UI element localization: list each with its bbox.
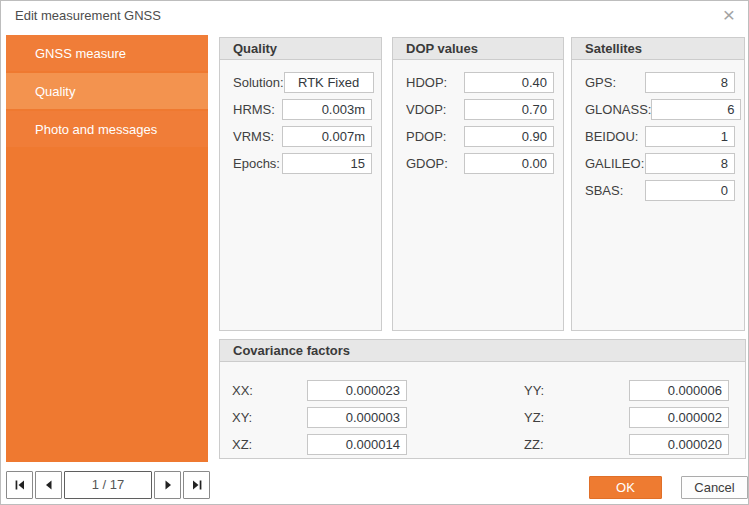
- sidebar-item-label: Quality: [35, 84, 75, 99]
- epochs-input[interactable]: 15: [282, 153, 372, 174]
- covariance-row: XY: 0.000003 YZ: 0.000002: [220, 407, 745, 428]
- covariance-panel-title: Covariance factors: [220, 340, 745, 362]
- gps-label: GPS:: [585, 75, 645, 90]
- field-row: VDOP: 0.70: [406, 99, 554, 120]
- galileo-label: GALILEO:: [585, 156, 645, 171]
- previous-page-icon: [43, 479, 55, 491]
- vdop-input[interactable]: 0.70: [464, 99, 554, 120]
- edit-measurement-gnss-dialog: Edit measurement GNSS × GNSS measure Qua…: [0, 0, 749, 505]
- vrms-input[interactable]: 0.007m: [282, 126, 372, 147]
- glonass-input[interactable]: 6: [651, 99, 741, 120]
- gps-input[interactable]: 8: [645, 72, 735, 93]
- beidou-label: BEIDOU:: [585, 129, 645, 144]
- hrms-label: HRMS:: [233, 102, 282, 117]
- last-page-button[interactable]: [183, 471, 210, 499]
- zz-input[interactable]: 0.000020: [629, 434, 729, 455]
- gdop-label: GDOP:: [406, 156, 464, 171]
- sidebar-item-quality[interactable]: Quality: [6, 73, 208, 109]
- sidebar-item-gnss-measure[interactable]: GNSS measure: [6, 35, 208, 71]
- covariance-factors-panel: Covariance factors XX: 0.000023 YY: 0.00…: [219, 339, 746, 459]
- quality-panel: Quality Solution: RTK Fixed HRMS: 0.003m…: [219, 37, 382, 331]
- pdop-input[interactable]: 0.90: [464, 126, 554, 147]
- field-row: PDOP: 0.90: [406, 126, 554, 147]
- sidebar: GNSS measure Quality Photo and messages: [6, 35, 208, 462]
- previous-page-button[interactable]: [35, 471, 62, 499]
- field-row: GALILEO: 8: [585, 153, 735, 174]
- covariance-row: XZ: 0.000014 ZZ: 0.000020: [220, 434, 745, 455]
- xz-input[interactable]: 0.000014: [307, 434, 407, 455]
- field-row: Epochs: 15: [233, 153, 372, 174]
- epochs-label: Epochs:: [233, 156, 282, 171]
- yy-label: YY:: [524, 383, 544, 398]
- field-row: SBAS: 0: [585, 180, 735, 201]
- sbas-label: SBAS:: [585, 183, 645, 198]
- vdop-label: VDOP:: [406, 102, 464, 117]
- field-row: GPS: 8: [585, 72, 735, 93]
- solution-label: Solution:: [233, 75, 284, 90]
- field-row: HDOP: 0.40: [406, 72, 554, 93]
- sidebar-item-label: GNSS measure: [35, 46, 126, 61]
- field-row: HRMS: 0.003m: [233, 99, 372, 120]
- beidou-input[interactable]: 1: [645, 126, 735, 147]
- yy-input[interactable]: 0.000006: [629, 380, 729, 401]
- vrms-label: VRMS:: [233, 129, 282, 144]
- field-row: GLONASS: 6: [585, 99, 735, 120]
- ok-button[interactable]: OK: [589, 476, 662, 499]
- zz-label: ZZ:: [524, 437, 544, 452]
- xz-label: XZ:: [232, 437, 252, 452]
- hdop-label: HDOP:: [406, 75, 464, 90]
- next-page-icon: [162, 479, 174, 491]
- covariance-row: XX: 0.000023 YY: 0.000006: [220, 380, 745, 401]
- record-pager: 1 / 17: [6, 471, 210, 499]
- next-page-button[interactable]: [154, 471, 181, 499]
- xy-input[interactable]: 0.000003: [307, 407, 407, 428]
- gdop-input[interactable]: 0.00: [464, 153, 554, 174]
- dop-values-panel: DOP values HDOP: 0.40 VDOP: 0.70 PDOP: 0…: [392, 37, 564, 331]
- field-row: Solution: RTK Fixed: [233, 72, 372, 93]
- field-row: BEIDOU: 1: [585, 126, 735, 147]
- page-indicator[interactable]: 1 / 17: [64, 471, 152, 499]
- close-icon[interactable]: ×: [723, 3, 735, 27]
- xy-label: XY:: [232, 410, 252, 425]
- xx-label: XX:: [232, 383, 253, 398]
- glonass-label: GLONASS:: [585, 102, 651, 117]
- solution-input[interactable]: RTK Fixed: [284, 72, 374, 93]
- satellites-panel-title: Satellites: [572, 38, 744, 60]
- yz-input[interactable]: 0.000002: [629, 407, 729, 428]
- dialog-title: Edit measurement GNSS: [15, 8, 161, 23]
- sidebar-item-label: Photo and messages: [35, 122, 157, 137]
- first-page-icon: [14, 479, 26, 491]
- first-page-button[interactable]: [6, 471, 33, 499]
- hrms-input[interactable]: 0.003m: [282, 99, 372, 120]
- quality-panel-title: Quality: [220, 38, 381, 60]
- satellites-panel: Satellites GPS: 8 GLONASS: 6 BEIDOU: 1 G…: [571, 37, 745, 331]
- galileo-input[interactable]: 8: [645, 153, 735, 174]
- pdop-label: PDOP:: [406, 129, 464, 144]
- field-row: VRMS: 0.007m: [233, 126, 372, 147]
- xx-input[interactable]: 0.000023: [307, 380, 407, 401]
- cancel-button[interactable]: Cancel: [681, 476, 748, 499]
- dop-panel-title: DOP values: [393, 38, 563, 60]
- yz-label: YZ:: [524, 410, 544, 425]
- sbas-input[interactable]: 0: [645, 180, 735, 201]
- sidebar-item-photo-and-messages[interactable]: Photo and messages: [6, 111, 208, 147]
- hdop-input[interactable]: 0.40: [464, 72, 554, 93]
- field-row: GDOP: 0.00: [406, 153, 554, 174]
- last-page-icon: [191, 479, 203, 491]
